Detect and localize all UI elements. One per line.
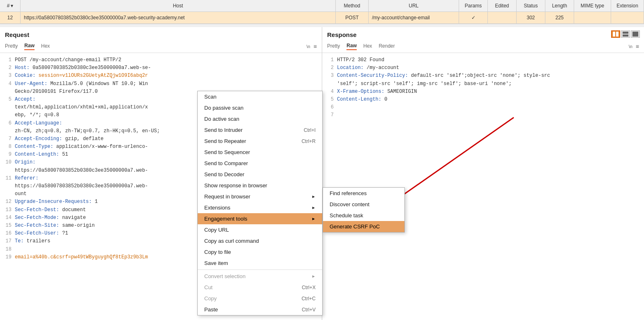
response-tab-icons: \n ≡ xyxy=(629,43,639,50)
submenu-find-references[interactable]: Find references xyxy=(323,188,404,199)
resp-line-4: 4X-Frame-Options: SAMEORIGIN xyxy=(327,88,639,96)
resp-line-3b: 'self'; script-src 'self'; img-src 'self… xyxy=(327,80,639,88)
engagement-tools-submenu: Find references Discover content Schedul… xyxy=(323,187,405,233)
menu-send-intruder[interactable]: Send to Intruder Ctrl+I xyxy=(198,124,322,136)
more-options-icon[interactable]: ≡ xyxy=(314,43,317,50)
main-area: Request Pretty Raw Hex \n ≡ 1POST /my-ac… xyxy=(0,27,644,320)
col-header-extension[interactable]: Extension xyxy=(611,0,644,12)
menu-separator-1 xyxy=(198,269,322,270)
more-options-icon-response[interactable]: ≡ xyxy=(636,43,639,50)
menu-send-comparer[interactable]: Send to Comparer xyxy=(198,158,322,169)
cell-method: POST xyxy=(336,12,369,23)
tab-hex-response[interactable]: Hex xyxy=(363,43,372,50)
request-panel-title: Request xyxy=(0,27,322,40)
resp-line-5: 5Content-Length: 0 xyxy=(327,96,639,104)
col-header-method[interactable]: Method xyxy=(336,0,369,12)
cell-edited xyxy=(488,12,517,23)
request-tab-icons: \n ≡ xyxy=(307,43,317,50)
tab-render-response[interactable]: Render xyxy=(379,43,395,50)
menu-copy[interactable]: Copy Ctrl+C xyxy=(198,293,322,304)
response-panel-title: Response xyxy=(322,27,644,40)
cell-host: https://0a58007803852b0380c3ee35000000a7… xyxy=(21,12,336,23)
col-header-status[interactable]: Status xyxy=(517,0,545,12)
svg-rect-1 xyxy=(616,32,619,37)
col-header-num[interactable]: # ▾ xyxy=(0,0,21,12)
submenu-generate-csrf[interactable]: Generate CSRF PoC xyxy=(323,221,404,232)
col-header-params[interactable]: Params xyxy=(459,0,488,12)
menu-copy-url[interactable]: Copy URL xyxy=(198,224,322,235)
menu-cut[interactable]: Cut Ctrl+X xyxy=(198,282,322,293)
tab-hex-request[interactable]: Hex xyxy=(41,43,50,50)
resp-line-6: 6 xyxy=(327,104,639,111)
tab-pretty-response[interactable]: Pretty xyxy=(327,43,340,50)
menu-request-in-browser[interactable]: Request in browser ► xyxy=(198,191,322,202)
wrap-text-icon-response: \n xyxy=(629,44,632,49)
col-header-mime[interactable]: MIME type xyxy=(574,0,611,12)
code-line-2: 2Host: 0a58007803852b0380c3ee35000000a7.… xyxy=(5,64,317,72)
resp-line-2: 2Location: /my-account xyxy=(327,64,639,72)
cell-params: ✓ xyxy=(459,12,488,23)
svg-rect-0 xyxy=(613,32,615,37)
view-split-vertical[interactable] xyxy=(621,30,630,38)
svg-rect-4 xyxy=(632,32,638,37)
menu-send-decoder[interactable]: Send to Decoder xyxy=(198,169,322,180)
col-header-length[interactable]: Length xyxy=(545,0,574,12)
menu-show-response-browser[interactable]: Show response in browser xyxy=(198,180,322,191)
menu-send-sequencer[interactable]: Send to Sequencer xyxy=(198,147,322,158)
view-split-horizontal[interactable] xyxy=(611,30,620,38)
cell-extension xyxy=(611,12,644,23)
table-row[interactable]: 12 https://0a58007803852b0380c3ee3500000… xyxy=(0,12,644,24)
submenu-discover-content[interactable]: Discover content xyxy=(323,199,404,210)
cell-url: /my-account/change-email xyxy=(369,12,459,23)
resp-line-3: 3Content-Security-Policy: default-src 's… xyxy=(327,72,639,80)
view-mode-buttons xyxy=(611,30,640,38)
table-header: # ▾ Host Method URL Params Edited Status… xyxy=(0,0,644,12)
menu-scan[interactable]: Scan xyxy=(198,91,322,102)
tab-raw-request[interactable]: Raw xyxy=(24,43,35,50)
col-header-host[interactable]: Host xyxy=(21,0,336,12)
menu-extensions[interactable]: Extensions ► xyxy=(198,202,322,213)
cell-length: 225 xyxy=(545,12,574,23)
submenu-schedule-task[interactable]: Schedule task xyxy=(323,210,404,221)
code-line-1: 1POST /my-account/change-email HTTP/2 xyxy=(5,56,317,64)
col-header-url[interactable]: URL xyxy=(369,0,459,12)
response-code-area[interactable]: 1HTTP/2 302 Found 2Location: /my-account… xyxy=(322,53,644,320)
menu-paste[interactable]: Paste Ctrl+V xyxy=(198,304,322,315)
context-menu: Scan Do passive scan Do active scan Send… xyxy=(197,91,323,315)
request-panel-tabs: Pretty Raw Hex \n ≡ xyxy=(0,40,322,53)
cell-mime xyxy=(574,12,611,23)
menu-engagement-tools[interactable]: Engagement tools ► xyxy=(198,213,322,224)
menu-save-item[interactable]: Save item xyxy=(198,258,322,269)
menu-convert-selection[interactable]: Convert selection ► xyxy=(198,271,322,282)
cell-status: 302 xyxy=(517,12,545,23)
code-line-3: 3Cookie: session=v1lOURs2GUetyAtZQjw1O9I… xyxy=(5,72,317,80)
menu-active-scan[interactable]: Do active scan xyxy=(198,113,322,124)
response-panel: Response Pretty Raw Hex Render \n ≡ 1HTT… xyxy=(322,27,644,320)
code-line-4: 4User-Agent: Mozilla/5.0 (Windows NT 10.… xyxy=(5,80,317,88)
col-header-edited[interactable]: Edited xyxy=(488,0,517,12)
cell-num: 12 xyxy=(0,12,21,23)
tab-pretty-request[interactable]: Pretty xyxy=(5,43,18,50)
response-panel-tabs: Pretty Raw Hex Render \n ≡ xyxy=(322,40,644,53)
horizontal-scrollbar[interactable] xyxy=(0,24,644,27)
resp-line-1: 1HTTP/2 302 Found xyxy=(327,56,639,64)
wrap-text-icon: \n xyxy=(307,44,310,49)
menu-copy-file[interactable]: Copy to file xyxy=(198,246,322,258)
svg-rect-3 xyxy=(623,35,628,37)
menu-send-repeater[interactable]: Send to Repeater Ctrl+R xyxy=(198,136,322,147)
svg-rect-2 xyxy=(623,32,628,34)
tab-raw-response[interactable]: Raw xyxy=(346,43,357,50)
menu-passive-scan[interactable]: Do passive scan xyxy=(198,102,322,113)
menu-copy-curl[interactable]: Copy as curl command xyxy=(198,235,322,246)
resp-line-7: 7 xyxy=(327,111,639,119)
view-single[interactable] xyxy=(631,30,640,38)
